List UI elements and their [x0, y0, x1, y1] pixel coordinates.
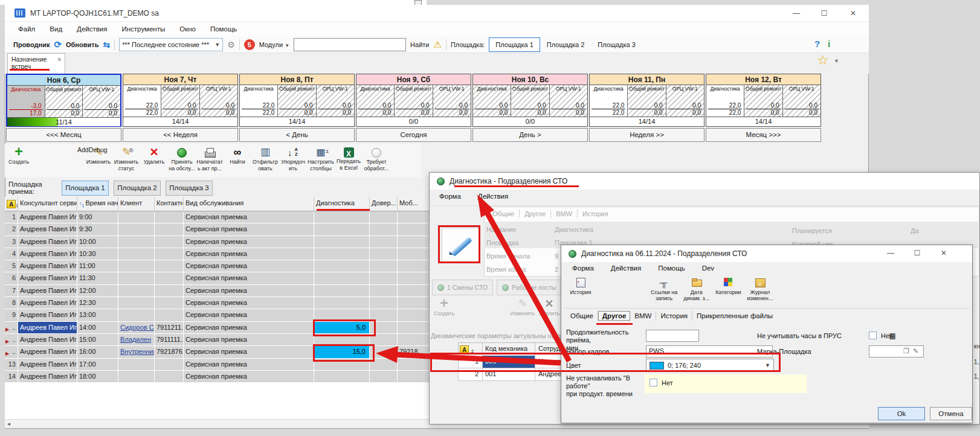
cancel-button[interactable]: Отмена	[930, 407, 972, 420]
tab-appointments[interactable]: Назначение встреч ✕	[7, 53, 65, 74]
calendar-nav-button[interactable]: < День	[239, 128, 355, 142]
cell-client-link[interactable]	[118, 309, 155, 321]
calendar-nav-button[interactable]: День >	[472, 128, 588, 142]
cell-diagnostics[interactable]	[314, 371, 370, 382]
state-combobox[interactable]: *** Последнее состояние *** ▼	[119, 38, 223, 51]
day-resource-cell[interactable]: Диагностика 22,0 22,0	[590, 85, 628, 117]
ok-button[interactable]: Ok	[878, 407, 925, 420]
table-row[interactable]: 14 Андреев Павел Игоревич 18:00 Сервисна…	[5, 371, 447, 383]
dialog1-subtab[interactable]: Рабочие посты	[497, 280, 561, 295]
cell-diagnostics[interactable]: 15,0	[314, 346, 370, 357]
calendar-day-card[interactable]: Ноя 10, Вс Диагностика 0,0 0,0 Общий рем…	[472, 74, 588, 127]
action-button[interactable]: Отфильтр овать	[251, 146, 279, 178]
cell-client-link[interactable]: Сидоров Си...	[118, 322, 155, 333]
dialog2-close-button[interactable]: ✕	[933, 246, 954, 260]
menu-item[interactable]: Инструменты	[114, 22, 172, 36]
day-resource-cell[interactable]: Общий ремонт 0,0 0,0	[395, 85, 433, 117]
day-resource-cell[interactable]: Диагностика 0,0 0,0	[356, 85, 395, 117]
cell-diagnostics[interactable]	[314, 236, 370, 248]
action-button[interactable]: Передать в Excel	[335, 146, 363, 178]
calendar-day-card[interactable]: Ноя 9, Сб Диагностика 0,0 0,0 Общий ремо…	[356, 74, 471, 127]
dialog2-maximize-button[interactable]: ☐	[907, 246, 927, 260]
cell-diagnostics[interactable]	[314, 309, 370, 321]
dialog2-tab[interactable]: Прикрепленные файлы	[692, 311, 777, 321]
dialog2-tool-button[interactable]: Категории	[714, 277, 742, 301]
cell-client-link[interactable]	[118, 371, 155, 382]
dialog2-tab[interactable]: История	[656, 311, 692, 321]
action-button[interactable]: Изменить статус	[112, 146, 140, 178]
day-resource-cell[interactable]: ОРЦ VW-1 0,0 0,0	[783, 85, 820, 117]
dialog1-subtab[interactable]: 1 Смены СТО	[432, 280, 493, 295]
dialog2-tab[interactable]: Другое	[598, 311, 631, 321]
day-resource-cell[interactable]: Общий ремонт 0,0 0,0	[628, 85, 666, 117]
cell-diagnostics[interactable]: 5,0	[314, 322, 370, 333]
dialog1-tab[interactable]: Другое	[520, 210, 551, 218]
day-resource-cell[interactable]: Диагностика 22,0 22,0	[706, 85, 744, 117]
info-icon[interactable]: i	[828, 39, 830, 49]
notification-badge[interactable]: 5	[244, 39, 255, 50]
day-resource-cell[interactable]: Общий ремонт 0,0 0,0	[45, 86, 83, 117]
explorer-button[interactable]: Проводник	[13, 41, 50, 48]
action-button[interactable]: Настроить столбцы	[307, 146, 335, 178]
cell-diagnostics[interactable]	[314, 272, 370, 284]
day-resource-cell[interactable]: Диагностика 22,0 22,0	[123, 85, 161, 117]
table-row[interactable]: 2 Андреев Павел Игоревич 9:30 Сервисная …	[5, 223, 447, 236]
favorites-star-icon[interactable]: ☆	[817, 53, 829, 68]
dialog1-menu-item[interactable]: Форма	[439, 193, 461, 200]
dialog2-tab[interactable]: Общие	[566, 311, 598, 321]
table-row[interactable]: 9 Андреев Павел Игоревич 13:00 Сервисная…	[5, 309, 447, 321]
menu-item[interactable]: Помощь	[203, 22, 244, 36]
swap-icon[interactable]: ⇆	[103, 40, 110, 50]
prus-checkbox[interactable]	[869, 332, 877, 339]
dialog2-menu-item[interactable]: Помощь	[658, 264, 685, 272]
day-resource-cell[interactable]: Общий ремонт 0,0 0,0	[744, 85, 782, 117]
action-button[interactable]: Принять на обслу...	[168, 146, 196, 178]
table-row[interactable]: .. Андреев Павел Игоревич 15:00 Владилен…	[5, 334, 447, 346]
cell-client-link[interactable]	[118, 272, 155, 284]
day-resource-cell[interactable]: Диагностика 22,0 22,0	[240, 85, 278, 117]
table-row[interactable]: 4 Андреев Павел Игоревич 10:30 Сервисная…	[5, 248, 447, 260]
cell-client-link[interactable]: Внутренний...	[118, 346, 155, 357]
calendar-day-card[interactable]: Ноя 12, Вт Диагностика 22,0 22,0 Общий р…	[706, 74, 821, 127]
dialog1-tab[interactable]: История	[578, 210, 613, 218]
dialog2-tool-button[interactable]: История	[567, 277, 594, 301]
cell-client-link[interactable]	[118, 248, 155, 260]
day-resource-cell[interactable]: ОРЦ VW-1 0,0 0,0	[433, 85, 471, 117]
area-button[interactable]: Площадка 1	[489, 37, 540, 52]
day-resource-cell[interactable]: ОРЦ VW-1 0,0 0,0	[83, 86, 120, 117]
dialog1-menu-item[interactable]: Действия	[478, 193, 508, 200]
minimize-button[interactable]: —	[783, 5, 810, 22]
duration-input[interactable]	[646, 330, 699, 342]
calendar-nav-button[interactable]: << Неделя	[123, 128, 238, 142]
cell-diagnostics[interactable]	[314, 211, 370, 223]
cell-diagnostics[interactable]	[314, 297, 370, 309]
col-time[interactable]: ↑1Время начала	[77, 197, 118, 211]
cell-diagnostics[interactable]	[314, 248, 370, 260]
favorites-chevron-icon[interactable]: ▼	[834, 58, 839, 64]
close-button[interactable]: ✕	[840, 5, 866, 22]
cell-client-link[interactable]	[118, 260, 155, 272]
day-resource-cell[interactable]: Диагностика -3,0 17,0	[7, 86, 45, 117]
menu-item[interactable]: Окно	[172, 22, 203, 36]
dialog2-menu-item[interactable]: Dev	[702, 264, 714, 272]
dialog1-tool-button[interactable]: Удалить	[536, 298, 563, 322]
dialog1-tab[interactable]: BMW	[551, 210, 578, 218]
table-row[interactable]: 1 Андреев Павел Игоревич 9:00 Сервисная …	[5, 211, 447, 223]
calendar-nav-button[interactable]: <<< Месяц	[6, 128, 121, 142]
cell-diagnostics[interactable]	[314, 260, 370, 272]
day-resource-cell[interactable]: Диагностика 0,0 0,0	[473, 85, 511, 117]
adddebug-button[interactable]: AddDebug	[77, 146, 108, 153]
dialog1-tool-button[interactable]: Изменить	[509, 298, 536, 322]
tab-close-icon[interactable]: ✕	[57, 56, 62, 63]
table-row[interactable]: 7 Андреев Павел Игоревич 12:00 Сервисная…	[5, 285, 447, 297]
col-client[interactable]: Клиент	[118, 197, 155, 211]
table-row[interactable]: 8 Андреев Павел Игоревич 12:30 Сервисная…	[5, 297, 447, 309]
calendar-nav-button[interactable]: Неделя >>	[589, 128, 704, 142]
menu-item[interactable]: Действия	[69, 22, 114, 36]
table-row[interactable]: 6 Андреев Павел Игоревич 11:30 Сервисная…	[5, 272, 447, 284]
action-button[interactable]: Требует обработ...	[363, 146, 390, 178]
day-resource-cell[interactable]: ОРЦ VW-1 0,0 0,0	[666, 85, 704, 117]
dialog2-menu-item[interactable]: Форма	[572, 264, 594, 272]
calendar-nav-button[interactable]: Месяц >>>	[706, 128, 821, 142]
table-row[interactable]: .. Андреев Павел Игоревич 14:00 Сидоров …	[5, 322, 447, 334]
